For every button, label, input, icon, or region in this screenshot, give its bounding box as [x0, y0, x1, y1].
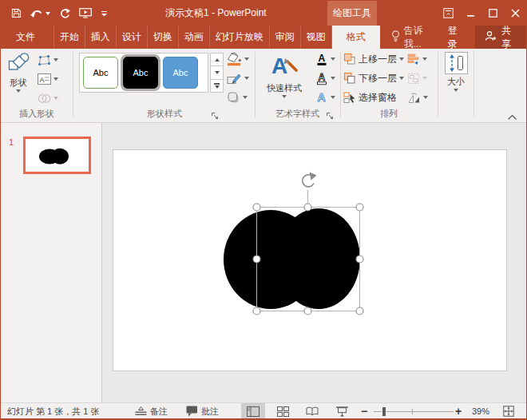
shape-style-tools: [227, 50, 249, 107]
save-icon[interactable]: [11, 8, 22, 18]
fit-slide-to-window-button[interactable]: [503, 403, 514, 419]
title-bar: 演示文稿1 - PowerPoint 绘图工具: [1, 1, 526, 26]
shape-fill-button[interactable]: [227, 50, 249, 69]
rotate-handle[interactable]: [303, 172, 317, 187]
shape-style-green[interactable]: Abc: [83, 57, 118, 89]
align-button[interactable]: [407, 50, 428, 69]
insert-shapes-small-buttons: A: [38, 50, 58, 108]
shape-style-black-selected[interactable]: Abc: [123, 57, 158, 89]
shape-effects-caret: [243, 96, 248, 99]
status-bar: 幻灯片 第 1 张，共 1 张 备注 批注 − +: [1, 402, 526, 419]
close-icon[interactable]: [504, 1, 526, 26]
tab-file[interactable]: 文件: [7, 26, 44, 49]
black-freeform-shape[interactable]: [224, 208, 360, 309]
undo-dropdown-caret[interactable]: [46, 12, 50, 15]
send-backward-caret: [399, 77, 404, 80]
start-slideshow-icon[interactable]: [79, 8, 92, 18]
tab-animations[interactable]: 动画: [178, 26, 209, 49]
tab-review[interactable]: 审阅: [269, 26, 300, 49]
gallery-scroll-down[interactable]: [210, 66, 224, 79]
sign-in-button[interactable]: 登录: [438, 26, 475, 49]
maximize-icon[interactable]: [481, 1, 504, 26]
comments-button[interactable]: 批注: [186, 403, 219, 419]
zoom-in-button[interactable]: +: [455, 403, 462, 419]
tab-insert[interactable]: 插入: [85, 26, 116, 49]
ribbon-display-options-icon[interactable]: [437, 1, 459, 26]
wordart-tools: A A A: [315, 50, 335, 107]
handle-bottom-right[interactable]: [356, 307, 363, 315]
window-title: 演示文稿1 - PowerPoint: [165, 1, 267, 26]
arrange-buttons: 上移一层 下移一层 选择窗格: [343, 50, 404, 107]
tabrow-right: 登录 共享: [438, 26, 526, 49]
handle-bottom-left[interactable]: [253, 307, 260, 315]
size-label: 大小: [447, 77, 465, 86]
share-button[interactable]: 共享: [475, 26, 526, 49]
quick-styles-button[interactable]: A 快速样式: [260, 50, 309, 98]
merge-shapes-button[interactable]: [38, 89, 58, 108]
shape-effects-button[interactable]: [227, 88, 249, 107]
minimize-icon[interactable]: [459, 1, 481, 26]
slide-editing-canvas[interactable]: [102, 123, 526, 402]
group-objects-caret: [422, 77, 427, 80]
reading-view-button[interactable]: [300, 403, 324, 419]
slide-sorter-view-button[interactable]: [271, 403, 295, 419]
slide[interactable]: [113, 149, 507, 371]
text-box-button[interactable]: A: [38, 69, 58, 89]
workspace: 1: [1, 123, 526, 402]
handle-top-center[interactable]: [304, 204, 311, 211]
tab-design[interactable]: 设计: [116, 26, 147, 49]
slideshow-view-button[interactable]: [330, 403, 354, 419]
wordart-styles-dialog-launcher-icon[interactable]: [326, 109, 335, 119]
shape-outline-button[interactable]: [227, 69, 249, 88]
send-backward-button[interactable]: 下移一层: [343, 69, 404, 88]
quick-styles-icon: A: [270, 52, 299, 81]
group-label-insert-shapes: 插入形状: [1, 108, 73, 120]
comments-icon: [186, 406, 198, 417]
text-effects-button[interactable]: A: [315, 88, 335, 107]
svg-text:A: A: [319, 72, 326, 83]
selection-pane-button[interactable]: 选择窗格: [343, 88, 404, 107]
zoom-out-button[interactable]: −: [361, 403, 367, 419]
tell-me-label: 告诉我...: [404, 24, 438, 51]
selection-pane-label: 选择窗格: [359, 91, 397, 105]
merge-shapes-caret: [53, 97, 58, 100]
group-objects-button[interactable]: [407, 69, 428, 88]
undo-icon[interactable]: [30, 9, 50, 18]
size-button[interactable]: 大小: [439, 50, 473, 92]
tab-transitions[interactable]: 切换: [147, 26, 178, 49]
arrange-icon-column: [407, 50, 428, 107]
person-plus-icon: [485, 30, 497, 44]
collapse-ribbon-icon[interactable]: [507, 109, 517, 124]
bring-forward-caret: [399, 57, 404, 61]
slide-thumbnail-selected[interactable]: [23, 137, 91, 174]
text-box-caret: [53, 77, 58, 81]
tab-home[interactable]: 开始: [53, 26, 85, 49]
edit-shape-button[interactable]: [38, 50, 58, 69]
text-outline-button[interactable]: A: [315, 69, 335, 88]
tell-me-box[interactable]: 告诉我...: [391, 26, 438, 49]
handle-middle-left[interactable]: [253, 256, 260, 263]
customize-qat-icon[interactable]: [101, 10, 108, 17]
tab-slideshow[interactable]: 幻灯片放映: [209, 26, 269, 49]
handle-top-left[interactable]: [253, 204, 260, 211]
tab-view[interactable]: 视图: [300, 26, 332, 49]
normal-view-button[interactable]: [241, 403, 265, 419]
rotate-button[interactable]: [407, 88, 428, 107]
redo-icon[interactable]: [59, 8, 70, 18]
shape-style-blue[interactable]: Abc: [163, 57, 198, 89]
shape-styles-dialog-launcher-icon[interactable]: [211, 109, 220, 119]
bring-forward-label: 上移一层: [359, 53, 397, 66]
handle-top-right[interactable]: [356, 204, 363, 211]
text-fill-button[interactable]: A: [315, 50, 335, 69]
zoom-slider-thumb[interactable]: [382, 406, 386, 417]
gallery-scroll-up[interactable]: [210, 53, 224, 66]
send-backward-label: 下移一层: [359, 72, 397, 85]
handle-middle-right[interactable]: [356, 256, 363, 263]
zoom-percentage[interactable]: 39%: [472, 403, 489, 419]
tab-format-active[interactable]: 格式: [332, 26, 380, 49]
notes-button[interactable]: 备注: [135, 403, 168, 419]
shapes-button[interactable]: 形状: [3, 50, 34, 93]
gallery-more-button[interactable]: [210, 80, 224, 93]
bring-forward-button[interactable]: 上移一层: [343, 50, 404, 69]
handle-bottom-center[interactable]: [304, 307, 311, 315]
